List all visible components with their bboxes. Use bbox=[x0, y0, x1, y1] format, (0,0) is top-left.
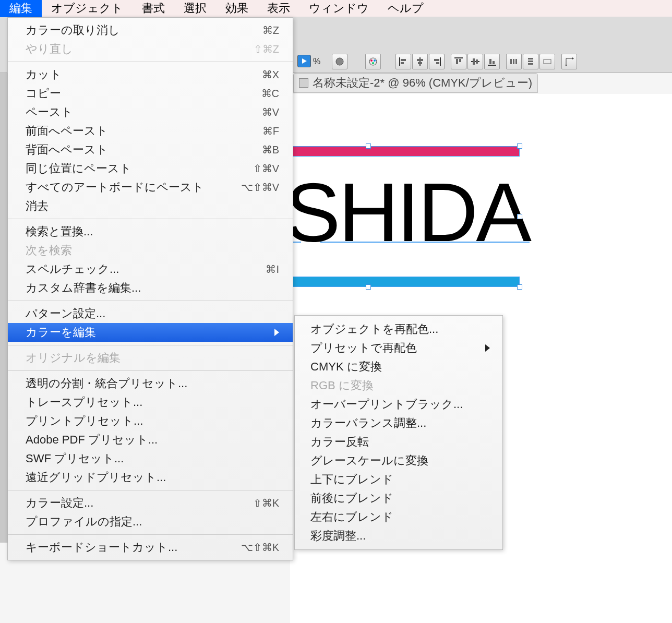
menu-item[interactable]: パターン設定... bbox=[8, 304, 293, 323]
document-tab[interactable]: 名称未設定-2* @ 96% (CMYK/プレビュー) bbox=[293, 73, 538, 93]
svg-rect-11 bbox=[418, 62, 422, 64]
menubar-item-type[interactable]: 書式 bbox=[133, 0, 174, 18]
submenu-item[interactable]: グレースケールに変換 bbox=[295, 451, 502, 470]
submenu-item-label: RGB に変換 bbox=[310, 378, 374, 393]
menu-item[interactable]: すべてのアートボードにペースト⌥⇧⌘V bbox=[8, 178, 293, 197]
align-hcenter-icon[interactable] bbox=[412, 54, 428, 69]
menu-item[interactable]: ペースト⌘V bbox=[8, 103, 293, 122]
svg-rect-25 bbox=[513, 59, 514, 64]
menubar-item-effect[interactable]: 効果 bbox=[216, 0, 258, 18]
menu-item[interactable]: プリントプリセット... bbox=[8, 412, 293, 430]
menubar-item-help[interactable]: ヘルプ bbox=[378, 0, 433, 18]
recolor-button[interactable] bbox=[365, 54, 381, 69]
svg-marker-0 bbox=[302, 58, 307, 64]
menu-separator bbox=[8, 370, 293, 371]
menu-shortcut: ⌘V bbox=[262, 106, 279, 118]
align-vcenter-icon[interactable] bbox=[467, 54, 483, 69]
menubar-item-window[interactable]: ウィンドウ bbox=[299, 0, 378, 18]
distribute-3-icon[interactable] bbox=[539, 54, 555, 69]
submenu-item[interactable]: 彩度調整... bbox=[295, 526, 502, 545]
document-icon bbox=[299, 78, 308, 88]
submenu-item[interactable]: プリセットで再配色 bbox=[295, 339, 502, 357]
align-left-icon[interactable] bbox=[395, 54, 411, 69]
svg-rect-20 bbox=[476, 59, 478, 64]
selection-handle[interactable] bbox=[517, 284, 522, 290]
menu-item[interactable]: カスタム辞書を編集... bbox=[8, 279, 293, 297]
submenu-item[interactable]: CMYK に変換 bbox=[295, 357, 502, 376]
menu-item-label: カスタム辞書を編集... bbox=[26, 280, 141, 296]
menu-item[interactable]: カット⌘X bbox=[8, 65, 293, 84]
menu-item[interactable]: トレースプリセット... bbox=[8, 393, 293, 412]
menu-item[interactable]: 遠近グリッドプリセット... bbox=[8, 468, 293, 487]
menu-shortcut: ⌘B bbox=[262, 143, 279, 156]
menu-item[interactable]: 検索と置換... bbox=[8, 222, 293, 241]
menu-item[interactable]: カラーの取り消し⌘Z bbox=[8, 21, 293, 40]
menu-item[interactable]: カラー設定...⇧⌘K bbox=[8, 494, 293, 512]
menu-item[interactable]: 消去 bbox=[8, 197, 293, 215]
distribute-v-icon[interactable] bbox=[523, 54, 538, 69]
submenu-item[interactable]: 左右にブレンド bbox=[295, 508, 502, 526]
submenu-item[interactable]: カラーバランス調整... bbox=[295, 414, 502, 433]
submenu-item[interactable]: オブジェクトを再配色... bbox=[295, 320, 502, 339]
menu-item[interactable]: Adobe PDF プリセット... bbox=[8, 430, 293, 449]
menu-item-label: カット bbox=[26, 67, 62, 82]
menu-shortcut: ⌘X bbox=[262, 68, 279, 81]
selection-handle[interactable] bbox=[517, 143, 522, 149]
transform-button[interactable] bbox=[561, 54, 577, 69]
svg-rect-16 bbox=[456, 59, 458, 64]
menu-item-label: キーボードショートカット... bbox=[26, 540, 177, 555]
align-bottom-icon[interactable] bbox=[484, 54, 500, 69]
align-top-icon[interactable] bbox=[451, 54, 466, 69]
submenu-item-label: オーバープリントブラック... bbox=[310, 397, 463, 412]
submenu-item-label: オブジェクトを再配色... bbox=[310, 321, 438, 337]
opacity-dropdown-icon[interactable] bbox=[297, 55, 311, 67]
submenu-item-label: 左右にブレンド bbox=[310, 509, 393, 525]
distribute-h-icon[interactable] bbox=[506, 54, 522, 69]
svg-rect-17 bbox=[459, 59, 461, 62]
menu-item[interactable]: コピー⌘C bbox=[8, 84, 293, 103]
menubar-item-object[interactable]: オブジェクト bbox=[42, 0, 133, 18]
menu-item[interactable]: SWF プリセット... bbox=[8, 449, 293, 468]
svg-point-4 bbox=[374, 59, 376, 62]
submenu-arrow-icon bbox=[274, 329, 279, 336]
submenu-item[interactable]: オーバープリントブラック... bbox=[295, 395, 502, 414]
menu-item-label: トレースプリセット... bbox=[26, 394, 142, 410]
menu-item-label: 次を検索 bbox=[26, 243, 72, 258]
menu-item[interactable]: スペルチェック...⌘I bbox=[8, 260, 293, 279]
svg-rect-23 bbox=[493, 61, 495, 64]
menu-item[interactable]: 同じ位置にペースト⇧⌘V bbox=[8, 159, 293, 178]
menu-shortcut: ⇧⌘V bbox=[253, 162, 279, 175]
graphic-style-button[interactable] bbox=[332, 54, 347, 69]
menu-item: やり直し⇧⌘Z bbox=[8, 40, 293, 58]
menubar-item-view[interactable]: 表示 bbox=[258, 0, 299, 18]
menu-item-label: パターン設定... bbox=[26, 306, 105, 321]
menu-item[interactable]: プロファイルの指定... bbox=[8, 512, 293, 531]
selection-handle[interactable] bbox=[366, 284, 371, 290]
submenu-item[interactable]: 上下にブレンド bbox=[295, 470, 502, 489]
menu-item-label: プロファイルの指定... bbox=[26, 514, 142, 530]
menu-item-label: 遠近グリッドプリセット... bbox=[26, 470, 166, 485]
menu-item-label: プリントプリセット... bbox=[26, 413, 143, 429]
submenu-item-label: カラー反転 bbox=[310, 434, 369, 450]
menu-item[interactable]: 背面へペースト⌘B bbox=[8, 140, 293, 159]
menu-item[interactable]: 透明の分割・統合プリセット... bbox=[8, 374, 293, 393]
menu-item[interactable]: 前面へペースト⌘F bbox=[8, 122, 293, 140]
submenu-item-label: 前後にブレンド bbox=[310, 490, 393, 506]
menubar-item-select[interactable]: 選択 bbox=[174, 0, 216, 18]
menu-shortcut: ⌘F bbox=[262, 125, 279, 137]
align-right-icon[interactable] bbox=[429, 54, 445, 69]
submenu-item[interactable]: 前後にブレンド bbox=[295, 489, 502, 508]
menu-item-label: カラー設定... bbox=[26, 495, 93, 511]
menubar-item-edit[interactable]: 編集 bbox=[0, 0, 42, 18]
blue-bar[interactable] bbox=[280, 277, 520, 287]
menu-item[interactable]: カラーを編集 bbox=[8, 323, 293, 342]
submenu-item: RGB に変換 bbox=[295, 376, 502, 395]
submenu-item[interactable]: カラー反転 bbox=[295, 433, 502, 451]
menu-item[interactable]: キーボードショートカット...⌥⇧⌘K bbox=[8, 538, 293, 557]
selection-handle[interactable] bbox=[366, 143, 371, 149]
artwork-text[interactable]: SHIDA bbox=[285, 164, 530, 260]
edit-menu-dropdown: カラーの取り消し⌘Zやり直し⇧⌘Zカット⌘Xコピー⌘Cペースト⌘V前面へペースト… bbox=[7, 17, 293, 560]
pink-bar[interactable] bbox=[280, 146, 520, 157]
svg-rect-26 bbox=[515, 59, 517, 64]
selection-handle[interactable] bbox=[517, 214, 522, 219]
